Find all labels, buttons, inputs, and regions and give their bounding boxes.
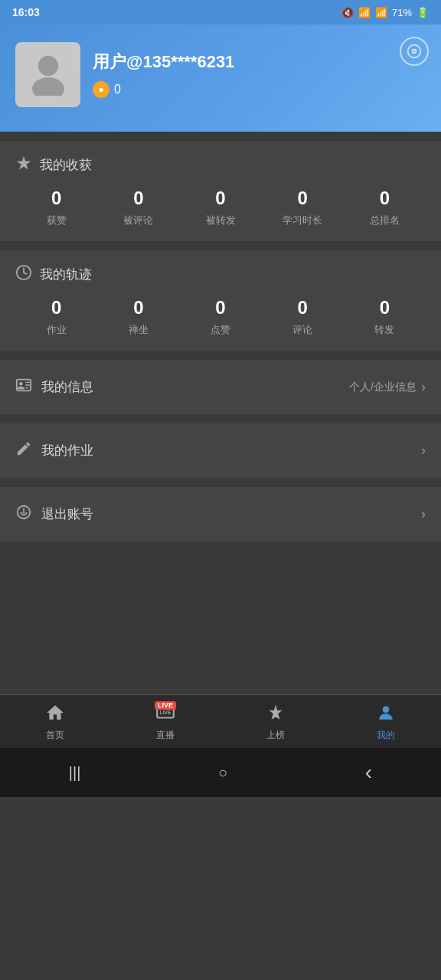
stat-label: 评论 — [292, 323, 312, 337]
home-button[interactable]: ○ — [203, 761, 243, 785]
svg-point-7 — [19, 382, 23, 386]
homework-section: 我的作业 › — [0, 423, 441, 478]
stat-label: 点赞 — [211, 323, 230, 337]
live-nav-icon: LIVELIVE — [155, 703, 175, 726]
my-homework-left: 我的作业 — [15, 440, 93, 461]
profile-info: 用户@135****6231 ● 0 — [93, 51, 426, 98]
stat-label: 获赞 — [47, 214, 67, 227]
trajectory-title: 我的轨迹 — [15, 264, 426, 285]
avatar[interactable] — [15, 42, 80, 107]
stat-item: 0 总排名 — [344, 188, 426, 227]
mine-nav-icon — [376, 703, 396, 726]
android-nav: ||| ○ ‹ — [0, 748, 441, 797]
signal-icon: 📶 — [375, 7, 387, 18]
chevron-icon: › — [421, 379, 426, 395]
home-nav-label: 首页 — [46, 729, 64, 742]
stat-value: 0 — [380, 188, 390, 209]
nav-item-rank[interactable]: 上榜 — [220, 703, 331, 742]
svg-point-1 — [32, 77, 64, 96]
stat-item: 0 被转发 — [179, 188, 261, 227]
my-info-row[interactable]: 我的信息 个人/企业信息 › — [0, 360, 441, 414]
stat-value: 0 — [133, 297, 143, 318]
live-nav-label: 直播 — [156, 729, 175, 742]
svg-point-0 — [38, 56, 57, 76]
stat-value: 0 — [298, 188, 308, 209]
stat-item: 0 禅坐 — [97, 297, 179, 337]
profile-coins: ● 0 — [93, 81, 426, 98]
profile-header: 用户@135****6231 ● 0 — [0, 24, 441, 132]
logout-right: › — [421, 506, 426, 522]
achievements-stats: 0 获赞 0 被评论 0 被转发 0 学习时长 0 总排名 — [15, 188, 426, 227]
chevron-icon: › — [421, 506, 426, 522]
stat-value: 0 — [133, 188, 143, 209]
nav-item-home[interactable]: 首页 — [0, 703, 110, 742]
status-right: 🔇 📶 📶 71% 🔋 — [341, 7, 429, 18]
coin-count: 0 — [114, 83, 121, 96]
logout-section: 退出账号 › — [0, 487, 441, 541]
svg-text:LIVE: LIVE — [160, 710, 172, 715]
coin-icon: ● — [93, 81, 109, 98]
info-section: 我的信息 个人/企业信息 › — [0, 360, 441, 414]
stat-value: 0 — [380, 297, 390, 318]
stat-item: 0 评论 — [262, 297, 344, 337]
recent-button[interactable]: ||| — [54, 761, 96, 785]
my-info-right: 个人/企业信息 › — [349, 379, 426, 395]
camera-button[interactable] — [400, 37, 429, 66]
mute-icon: 🔇 — [341, 7, 354, 18]
my-homework-right: › — [421, 443, 426, 459]
stat-value: 0 — [51, 188, 61, 209]
nav-item-mine[interactable]: 我的 — [331, 703, 441, 742]
stat-value: 0 — [215, 188, 225, 209]
trajectory-stats: 0 作业 0 禅坐 0 点赞 0 评论 0 转发 — [15, 297, 426, 337]
stat-label: 学习时长 — [283, 214, 322, 227]
status-bar: 16:03 🔇 📶 📶 71% 🔋 — [0, 0, 441, 24]
achievements-section: 我的收获 0 获赞 0 被评论 0 被转发 0 学习时长 0 总排名 — [0, 141, 441, 241]
rank-nav-label: 上榜 — [266, 729, 285, 742]
battery-text: 71% — [392, 7, 412, 18]
status-time: 16:03 — [12, 6, 40, 18]
stat-label: 作业 — [47, 323, 67, 337]
back-button[interactable]: ‹ — [350, 757, 387, 788]
info-icon — [15, 377, 32, 397]
achievements-icon — [15, 155, 32, 175]
stat-value: 0 — [215, 297, 225, 318]
homework-icon — [15, 440, 32, 461]
my-homework-row[interactable]: 我的作业 › — [0, 423, 441, 478]
stat-label: 禅坐 — [129, 323, 149, 337]
nav-item-live[interactable]: LIVELIVE 直播 — [110, 703, 220, 742]
chevron-icon: › — [421, 443, 426, 459]
stat-label: 总排名 — [370, 214, 400, 227]
mine-nav-label: 我的 — [377, 729, 395, 742]
trajectory-icon — [15, 264, 32, 285]
stat-label: 转发 — [374, 323, 394, 337]
stat-label: 被评论 — [123, 214, 153, 227]
svg-point-4 — [413, 51, 416, 53]
my-info-left: 我的信息 — [15, 377, 93, 397]
profile-username: 用户@135****6231 — [93, 51, 426, 74]
stat-value: 0 — [298, 297, 308, 318]
wifi-icon: 📶 — [358, 7, 371, 18]
bottom-nav: 首页 LIVELIVE 直播 上榜 我的 — [0, 694, 441, 748]
avatar-icon — [25, 50, 71, 99]
stat-item: 0 学习时长 — [262, 188, 344, 227]
stat-item: 0 转发 — [344, 297, 426, 337]
achievements-title: 我的收获 — [15, 155, 426, 175]
logout-icon — [15, 504, 32, 524]
logout-row[interactable]: 退出账号 › — [0, 487, 441, 541]
stat-item: 0 点赞 — [179, 297, 261, 337]
svg-point-11 — [383, 706, 390, 713]
rank-nav-icon — [266, 703, 286, 726]
stat-item: 0 被评论 — [97, 188, 179, 227]
home-nav-icon — [45, 703, 65, 726]
logout-left: 退出账号 — [15, 504, 93, 524]
trajectory-section: 我的轨迹 0 作业 0 禅坐 0 点赞 0 评论 0 转发 — [0, 250, 441, 351]
battery-icon: 🔋 — [416, 7, 429, 18]
stat-item: 0 作业 — [15, 297, 97, 337]
empty-area — [0, 541, 441, 694]
stat-item: 0 获赞 — [15, 188, 97, 227]
stat-value: 0 — [51, 297, 61, 318]
stat-label: 被转发 — [206, 214, 236, 227]
